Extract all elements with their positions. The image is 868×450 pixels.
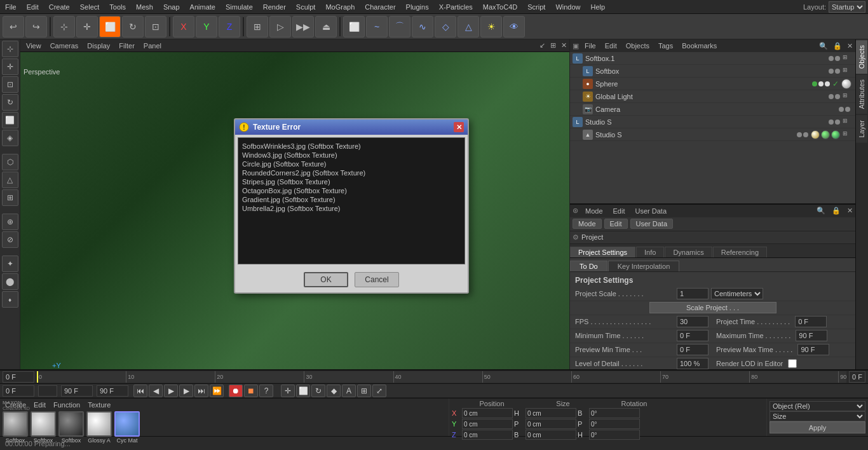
pb-end-frame-2[interactable] bbox=[97, 385, 128, 397]
eye-tool[interactable]: 👁 bbox=[503, 16, 525, 38]
mat-item-softbox3[interactable]: Softbox bbox=[58, 411, 84, 444]
mat-item-softbox2[interactable]: Softbox bbox=[31, 411, 56, 444]
viewport-menu-cameras[interactable]: Cameras bbox=[47, 41, 82, 50]
viewport-menu-panel[interactable]: Panel bbox=[140, 41, 165, 50]
obj-menu-objects[interactable]: Objects bbox=[623, 41, 653, 50]
mat-item-glossy[interactable]: Glossy A bbox=[86, 411, 112, 444]
left-tool-12[interactable]: ✦ bbox=[2, 256, 18, 272]
left-tool-10[interactable]: ⊕ bbox=[2, 214, 18, 230]
left-tool-6[interactable]: ◈ bbox=[2, 130, 18, 146]
attr-tab-dynamics[interactable]: Dynamics bbox=[665, 247, 712, 257]
pb-prev-frame[interactable]: ◀ bbox=[149, 385, 163, 397]
tl-playhead[interactable] bbox=[37, 371, 38, 383]
obj-menu-bookmarks[interactable]: Bookmarks bbox=[679, 41, 720, 50]
obj-row-softbox[interactable]: L Softbox ⊞ bbox=[570, 65, 855, 78]
undo-button[interactable]: ↩ bbox=[3, 16, 24, 38]
mat-item-cycmat[interactable]: Cyc Mat bbox=[114, 411, 140, 444]
menu-file[interactable]: File bbox=[0, 2, 22, 12]
obj-row-studios2[interactable]: ▲ Studio S ⊞ bbox=[570, 128, 855, 141]
layout-select[interactable]: Startup bbox=[829, 1, 865, 13]
attr-input-projtime[interactable] bbox=[795, 316, 827, 327]
left-tool-5[interactable]: ⬜ bbox=[2, 112, 18, 128]
rotate-tool[interactable]: ↻ bbox=[122, 16, 144, 38]
attr-mode-btn[interactable]: Mode bbox=[573, 219, 602, 229]
attr-tab-project-settings[interactable]: Project Settings bbox=[570, 247, 635, 257]
pb-autokey[interactable]: A bbox=[342, 385, 356, 397]
attr-menu-userdata[interactable]: User Data bbox=[632, 207, 670, 215]
obj-mgr-search[interactable]: 🔍 bbox=[819, 42, 828, 50]
obj-row-softbox1[interactable]: L Softbox.1 ⊞ bbox=[570, 52, 855, 65]
pb-start-frame[interactable] bbox=[3, 385, 34, 397]
attr-input-mintime[interactable] bbox=[677, 330, 709, 341]
menu-tools[interactable]: Tools bbox=[104, 2, 131, 12]
coord-system-select[interactable]: Object (Rel) World bbox=[770, 401, 865, 411]
mat-item-softbox1[interactable]: Softbox bbox=[3, 411, 28, 444]
menu-maxto[interactable]: MaxToC4D bbox=[478, 2, 522, 12]
attr-lock-icon[interactable]: 🔒 bbox=[832, 207, 841, 215]
render-mp[interactable]: ⏏ bbox=[315, 16, 337, 38]
attr-check-renderlod[interactable] bbox=[788, 359, 797, 368]
obj-menu-file[interactable]: File bbox=[581, 41, 599, 50]
left-tool-14[interactable]: ⬧ bbox=[2, 291, 18, 308]
rot-x-input[interactable] bbox=[589, 408, 640, 418]
dialog-cancel-button[interactable]: Cancel bbox=[355, 272, 399, 287]
vtab-layer[interactable]: Layer bbox=[856, 114, 867, 143]
attr-input-maxtime[interactable] bbox=[796, 330, 827, 341]
attr-menu-edit[interactable]: Edit bbox=[610, 207, 628, 215]
pb-goto-start[interactable]: ⏮ bbox=[133, 385, 147, 397]
obj-row-camera[interactable]: 📷 Camera bbox=[570, 103, 855, 116]
viewport-icon-3[interactable]: ✕ bbox=[561, 41, 567, 50]
pos-z-input[interactable] bbox=[462, 430, 513, 440]
pb-stop-rec[interactable]: ⏹ bbox=[244, 385, 258, 397]
attr-tab-referencing[interactable]: Referencing bbox=[713, 247, 767, 257]
menu-select[interactable]: Select bbox=[75, 2, 105, 12]
vtab-objects[interactable]: Objects bbox=[856, 39, 867, 74]
left-tool-8[interactable]: △ bbox=[2, 172, 18, 188]
left-tool-7[interactable]: ⬡ bbox=[2, 154, 18, 170]
pb-record[interactable]: ⏺ bbox=[229, 385, 243, 397]
viewport-menu-view[interactable]: View bbox=[23, 41, 44, 50]
env-tool[interactable]: ◇ bbox=[435, 16, 456, 38]
mat-menu-texture[interactable]: Texture bbox=[85, 401, 113, 409]
menu-edit[interactable]: Edit bbox=[22, 2, 44, 12]
menu-sculpt[interactable]: Sculpt bbox=[291, 2, 321, 12]
pb-rotate[interactable]: ↻ bbox=[311, 385, 325, 397]
menu-script[interactable]: Script bbox=[522, 2, 550, 12]
scale-tool-btn[interactable]: ⬜ bbox=[99, 16, 121, 38]
menu-render[interactable]: Render bbox=[258, 2, 291, 12]
timeline-ruler[interactable]: 0 10 20 30 40 50 60 70 80 90 bbox=[37, 371, 846, 383]
menu-help[interactable]: Help bbox=[586, 2, 611, 12]
mat-menu-function[interactable]: Function bbox=[51, 401, 83, 409]
pb-info[interactable]: ? bbox=[259, 385, 273, 397]
obj-row-sphere[interactable]: ● Sphere ✓ bbox=[570, 78, 855, 90]
x-axis[interactable]: X bbox=[173, 16, 194, 38]
menu-create[interactable]: Create bbox=[44, 2, 75, 12]
size-x-input[interactable] bbox=[526, 408, 576, 418]
dialog-ok-button[interactable]: OK bbox=[304, 272, 348, 287]
scale-project-button[interactable]: Scale Project . . . bbox=[649, 302, 776, 313]
texture-error-dialog[interactable]: ! Texture Error ✕ SofboxWrinkles3.jpg (S… bbox=[234, 118, 469, 294]
pb-scale[interactable]: ⬜ bbox=[296, 385, 310, 397]
obj-menu-edit[interactable]: Edit bbox=[602, 41, 620, 50]
attr-input-lod[interactable] bbox=[677, 358, 709, 369]
pb-fps[interactable] bbox=[38, 385, 57, 397]
attr-menu-mode[interactable]: Mode bbox=[582, 207, 606, 215]
render-view[interactable]: ▷ bbox=[269, 16, 291, 38]
obj-row-globallight[interactable]: ☀ Global Light ⊞ bbox=[570, 90, 855, 103]
viewport-icon-2[interactable]: ⊞ bbox=[550, 41, 556, 50]
attr-input-scale[interactable] bbox=[677, 288, 709, 299]
menu-character[interactable]: Character bbox=[360, 2, 400, 12]
attr-close-icon[interactable]: ✕ bbox=[847, 207, 853, 215]
size-y-input[interactable] bbox=[526, 419, 576, 429]
viewport-icon-1[interactable]: ↙ bbox=[539, 41, 545, 50]
nurbs-tool[interactable]: ⌒ bbox=[389, 16, 410, 38]
pb-next-frame[interactable]: ▶ bbox=[179, 385, 193, 397]
cube-tool[interactable]: ⬜ bbox=[343, 16, 365, 38]
menu-mesh[interactable]: Mesh bbox=[131, 2, 158, 12]
obj-mgr-close[interactable]: ✕ bbox=[847, 42, 853, 50]
render-all[interactable]: ▶▶ bbox=[292, 16, 314, 38]
pos-x-input[interactable] bbox=[462, 408, 513, 418]
apply-button[interactable]: Apply bbox=[770, 421, 865, 433]
left-tool-13[interactable]: ⬤ bbox=[2, 273, 18, 290]
pb-end-frame[interactable] bbox=[61, 385, 93, 397]
